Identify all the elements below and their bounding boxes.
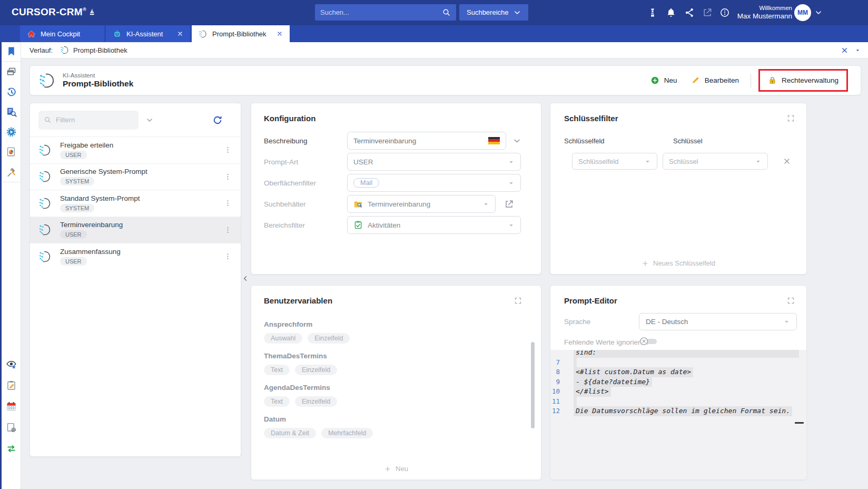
rechteverwaltung-button[interactable]: Rechteverwaltung — [758, 69, 848, 92]
kebab-menu-icon[interactable] — [223, 145, 232, 154]
tab-ki-assistent[interactable]: KI-Assistent — [106, 25, 190, 42]
prompt-type-badge: USER — [60, 257, 87, 266]
list-item-generische-system-prompt[interactable]: Generische System-PromptSYSTEM — [30, 163, 241, 190]
history-entry[interactable]: Prompt-Bibliothek — [73, 46, 127, 54]
add-key-field-button[interactable]: Neues Schlüsselfeld — [550, 259, 806, 267]
lighthouse-icon[interactable] — [647, 7, 658, 18]
list-item-freigabe-erteilen[interactable]: Freigabe erteilenUSER — [30, 136, 241, 163]
sidebar-gear-play-button[interactable] — [2, 122, 21, 142]
kebab-menu-icon[interactable] — [223, 252, 232, 261]
sidebar-doc-search-button[interactable] — [2, 102, 21, 122]
sidebar-clipboard-pencil-button[interactable] — [2, 375, 21, 396]
doc-gear-icon — [6, 422, 17, 433]
global-search-input[interactable] — [320, 8, 442, 16]
sidebar-doc-gear-button[interactable] — [2, 417, 21, 438]
ai-head-icon — [38, 72, 56, 90]
list-item-terminvereinbarung[interactable]: TerminvereinbarungUSER — [30, 217, 241, 243]
prompt-art-select[interactable]: USER — [347, 153, 521, 171]
refresh-icon[interactable] — [212, 115, 223, 125]
expand-field-icon[interactable] — [513, 137, 521, 145]
remove-filter-icon[interactable] — [783, 157, 791, 165]
external-link-icon[interactable] — [702, 7, 713, 18]
collapse-panel-handle[interactable] — [242, 274, 249, 283]
sidebar-tools-button[interactable] — [2, 162, 21, 182]
divider — [2, 182, 21, 182]
ai-head-icon — [38, 250, 52, 263]
info-icon[interactable] — [719, 7, 730, 18]
select-value: Terminvereinbarung — [368, 200, 430, 208]
bearbeiten-button[interactable]: Bearbeiten — [691, 76, 739, 85]
field-label: Bereichsfilter — [264, 221, 347, 229]
konfig-row-suchbeh-lter: SuchbehälterTerminvereinbarung — [264, 195, 528, 213]
tools-icon — [6, 167, 17, 178]
code-line: 10</#list> — [550, 387, 806, 397]
expand-icon[interactable] — [787, 297, 795, 305]
field-area: Mail — [347, 174, 528, 192]
bereichsfilter-select[interactable]: Aktivitäten — [347, 216, 521, 234]
description-input[interactable] — [353, 137, 484, 145]
chevron-down-icon — [514, 9, 521, 16]
description-field[interactable] — [347, 132, 506, 150]
list-item-zusammenfassung[interactable]: ZusammenfassungUSER — [30, 243, 241, 270]
divider — [751, 74, 751, 87]
code-text: </#list> — [574, 387, 611, 397]
sidebar-bookmark-button[interactable] — [2, 41, 21, 61]
line-number: 10 — [550, 387, 560, 397]
key-field-placeholder: Schlüsselfeld — [578, 158, 619, 165]
list-item-standard-system-prompt[interactable]: Standard System-PromptSYSTEM — [30, 190, 241, 217]
prompt-editor-title: Prompt-Editor — [564, 296, 617, 305]
oberfl-chenfilter-select[interactable]: Mail — [347, 174, 521, 192]
key-select[interactable]: Schlüssel — [663, 153, 768, 170]
tab-mein-cockpit[interactable]: Mein Cockpit — [20, 25, 104, 42]
share-icon[interactable] — [684, 7, 695, 18]
page-header-titles: KI-Assistent Prompt-Bibliothek — [63, 72, 133, 89]
bookmark-icon — [6, 46, 17, 57]
close-tab-icon[interactable] — [177, 31, 183, 37]
code-editor[interactable]: sind:78<#list custom.Datum as date>9- ${… — [550, 350, 806, 480]
sidebar-history-button[interactable] — [2, 82, 21, 102]
scrollbar-thumb[interactable] — [531, 342, 535, 428]
close-tab-icon[interactable] — [277, 31, 283, 37]
konfig-row-prompt-art: Prompt-ArtUSER — [264, 153, 528, 171]
field-label: Suchbehälter — [264, 200, 347, 208]
prompt-title: Generische System-Prompt — [60, 168, 223, 175]
history-dropdown-icon[interactable] — [855, 47, 861, 53]
bell-icon[interactable] — [666, 7, 676, 18]
filter-options-chevron-icon[interactable] — [146, 116, 153, 124]
suchbeh-lter-select[interactable]: Terminvereinbarung — [347, 195, 496, 213]
sync-icon — [6, 443, 17, 454]
tab-prompt-bibliothek[interactable]: Prompt-Bibliothek — [192, 25, 290, 42]
external-link-icon[interactable] — [504, 199, 514, 209]
sidebar-windows-button[interactable] — [2, 62, 21, 82]
sidebar-calendar-button[interactable] — [2, 396, 21, 417]
kebab-menu-icon[interactable] — [223, 172, 232, 181]
close-history-icon[interactable] — [841, 46, 849, 54]
prompt-type-badge: SYSTEM — [60, 177, 94, 185]
button-label: Rechteverwaltung — [782, 76, 839, 84]
tab-bar: Mein CockpitKI-AssistentPrompt-Bibliothe… — [0, 25, 868, 42]
expand-icon[interactable] — [514, 297, 522, 305]
filter-input[interactable] — [56, 116, 133, 124]
search-icon[interactable] — [442, 8, 451, 17]
neu-button[interactable]: Neu — [650, 76, 677, 85]
add-variable-button[interactable]: Neu — [251, 465, 541, 473]
kebab-menu-icon[interactable] — [223, 226, 232, 234]
topbar: CURSOR-CRM® Suchbereiche Willkommen Max … — [0, 0, 868, 25]
language-select[interactable]: DE - Deutsch — [639, 313, 797, 330]
key-field-select[interactable]: Schlüsselfeld — [572, 153, 657, 170]
filter-field[interactable] — [38, 111, 139, 130]
search-scopes-button[interactable]: Suchbereiche — [459, 4, 528, 21]
sidebar-sync-button[interactable] — [2, 438, 21, 459]
sidebar-eye-star-button[interactable] — [2, 354, 21, 375]
ignore-missing-toggle[interactable] — [639, 336, 657, 346]
line-number: 12 — [550, 406, 560, 416]
global-search[interactable] — [315, 4, 456, 21]
tab-label: KI-Assistent — [126, 30, 167, 38]
sidebar-doc-pie-button[interactable] — [2, 142, 21, 162]
editor-scroll-marker[interactable] — [795, 422, 804, 424]
avatar[interactable]: MM — [794, 4, 811, 21]
user-menu-chevron-icon[interactable] — [815, 9, 822, 16]
expand-icon[interactable] — [787, 114, 795, 122]
kebab-menu-icon[interactable] — [223, 199, 232, 208]
caret-down-icon — [783, 318, 790, 325]
